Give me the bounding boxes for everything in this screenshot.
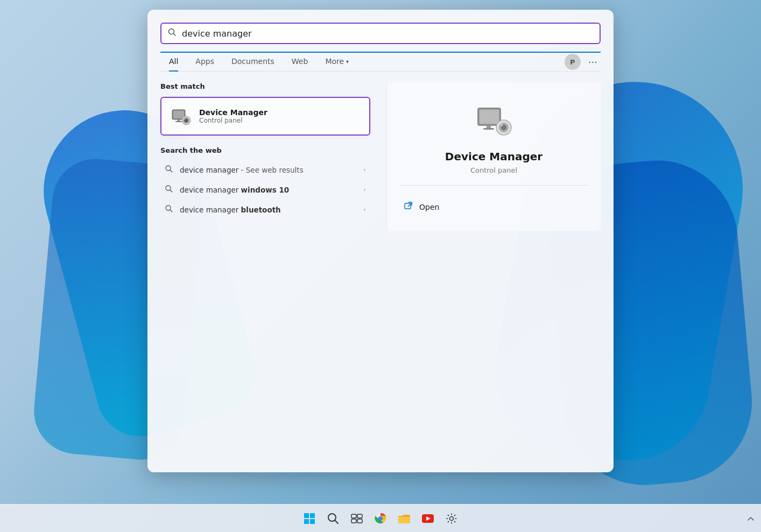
file-explorer-button[interactable] <box>393 508 415 529</box>
right-app-name: Device Manager <box>445 150 542 163</box>
svg-point-9 <box>185 119 186 120</box>
left-panel: Best match <box>160 82 381 231</box>
open-icon <box>404 202 413 212</box>
svg-rect-34 <box>351 519 356 523</box>
web-search-icon-1 <box>165 165 173 174</box>
app-name: Device Manager <box>199 108 267 117</box>
right-app-type: Control panel <box>470 166 517 174</box>
tab-documents[interactable]: Documents <box>223 53 283 71</box>
tab-more[interactable]: More ▾ <box>316 53 357 71</box>
chrome-button[interactable] <box>370 508 391 529</box>
chevron-down-icon: ▾ <box>346 59 349 65</box>
svg-rect-27 <box>310 513 315 518</box>
search-panel: All Apps Documents Web More ▾ P ··· Best… <box>147 10 614 472</box>
svg-line-13 <box>170 190 172 192</box>
svg-rect-18 <box>487 125 491 128</box>
right-app-icon <box>473 98 516 141</box>
web-search-icon-3 <box>165 205 173 214</box>
svg-point-23 <box>501 124 503 126</box>
task-view-button[interactable] <box>346 508 368 529</box>
tabs-right: P ··· <box>565 54 601 70</box>
svg-rect-4 <box>178 119 180 121</box>
web-search-chevron-3: › <box>364 206 366 213</box>
web-search-text-2: device manager windows 10 <box>180 186 357 194</box>
svg-rect-33 <box>357 514 362 518</box>
tabs-bar: All Apps Documents Web More ▾ P ··· <box>160 53 601 72</box>
search-box-container <box>160 23 601 44</box>
svg-rect-3 <box>173 111 184 118</box>
svg-point-38 <box>378 516 383 521</box>
user-avatar[interactable]: P <box>565 54 581 70</box>
svg-line-1 <box>174 34 176 36</box>
web-search-item-3[interactable]: device manager bluetooth › <box>160 200 370 219</box>
web-search-item-1[interactable]: device manager - See web results › <box>160 160 370 180</box>
content-area: Best match <box>160 82 601 231</box>
right-divider <box>400 185 588 186</box>
svg-rect-35 <box>357 519 362 523</box>
open-label: Open <box>419 203 439 211</box>
tab-all[interactable]: All <box>160 53 187 71</box>
web-search-title: Search the web <box>160 146 370 154</box>
youtube-button[interactable] <box>417 508 439 529</box>
web-search-icon-2 <box>165 185 173 194</box>
best-match-title: Best match <box>160 82 370 90</box>
web-search-text-1: device manager - See web results <box>180 166 357 174</box>
svg-rect-17 <box>480 110 499 124</box>
web-search-item-2[interactable]: device manager windows 10 › <box>160 180 370 200</box>
tab-web[interactable]: Web <box>283 53 317 71</box>
web-search-text-3: device manager bluetooth <box>180 205 357 214</box>
search-icon <box>168 28 177 39</box>
svg-rect-26 <box>304 513 309 518</box>
app-type: Control panel <box>199 117 267 124</box>
search-input[interactable] <box>182 29 593 39</box>
svg-point-42 <box>450 516 454 520</box>
svg-rect-28 <box>304 519 309 524</box>
web-search-chevron-1: › <box>364 166 366 173</box>
svg-rect-5 <box>175 121 182 122</box>
search-taskbar-button[interactable] <box>322 508 344 529</box>
svg-line-11 <box>170 170 172 172</box>
best-match-text: Device Manager Control panel <box>199 108 267 124</box>
svg-rect-24 <box>405 203 411 209</box>
open-action[interactable]: Open <box>400 196 588 218</box>
svg-rect-19 <box>483 128 494 130</box>
show-desktop-chevron[interactable] <box>747 513 755 523</box>
device-manager-icon <box>170 105 192 127</box>
right-panel: Device Manager Control panel Open <box>386 82 601 231</box>
more-options-button[interactable]: ··· <box>585 54 601 70</box>
svg-rect-39 <box>398 516 410 523</box>
taskbar <box>0 504 761 532</box>
tab-apps[interactable]: Apps <box>187 53 223 71</box>
right-actions: Open <box>400 196 588 218</box>
settings-button[interactable] <box>441 508 462 529</box>
start-button[interactable] <box>299 508 320 529</box>
best-match-item[interactable]: Device Manager Control panel <box>160 97 370 136</box>
svg-line-15 <box>170 210 172 212</box>
svg-line-31 <box>335 520 338 523</box>
web-search-chevron-2: › <box>364 186 366 193</box>
svg-rect-29 <box>310 519 315 524</box>
svg-rect-32 <box>351 514 356 518</box>
